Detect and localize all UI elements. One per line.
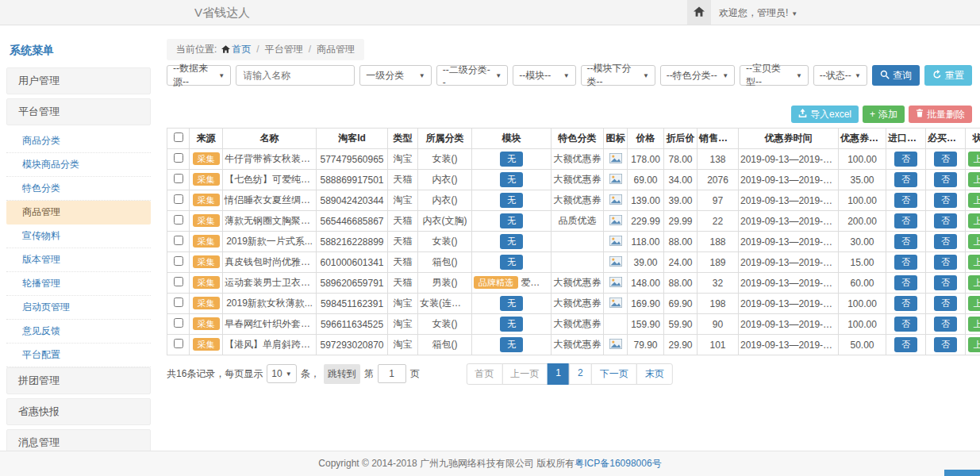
import-select-toggle[interactable]: 否 [894, 172, 917, 187]
sidebar-item[interactable]: 消息管理 [6, 429, 151, 451]
module-badge[interactable]: 无 [500, 193, 523, 208]
module-badge[interactable]: 无 [500, 213, 523, 228]
row-checkbox[interactable] [174, 298, 183, 307]
status-toggle[interactable]: 上架 [968, 255, 980, 270]
row-checkbox[interactable] [174, 318, 183, 328]
back-to-top-button[interactable] [944, 470, 980, 476]
must-buy-toggle[interactable]: 否 [934, 337, 957, 352]
breadcrumb-home-link[interactable]: 首页 [232, 44, 251, 55]
jump-button[interactable]: 跳转到 [324, 364, 360, 384]
import-select-toggle[interactable]: 否 [894, 255, 917, 270]
row-checkbox[interactable] [174, 256, 183, 266]
level2-category-select[interactable]: --二级分类--▼ [436, 65, 509, 86]
pager-button[interactable]: 末页 [636, 363, 673, 385]
must-buy-toggle[interactable]: 否 [934, 275, 957, 290]
reset-button[interactable]: 重置 [924, 65, 972, 86]
select-all-checkbox[interactable] [174, 132, 183, 142]
page-size-select[interactable]: 10▼ [267, 364, 296, 383]
status-toggle[interactable]: 上架 [968, 234, 980, 249]
module-badge[interactable]: 无 [500, 152, 523, 167]
home-button[interactable] [687, 0, 711, 25]
pager-button[interactable]: 1 [547, 363, 570, 385]
sidebar-item[interactable]: 拼团管理 [6, 367, 151, 394]
status-toggle[interactable]: 上架 [968, 275, 980, 290]
sidebar-item[interactable]: 平台管理 [6, 98, 151, 125]
status-toggle[interactable]: 上架 [968, 296, 980, 311]
import-select-toggle[interactable]: 否 [894, 317, 917, 332]
batch-delete-button[interactable]: 批量删除 [909, 106, 972, 123]
sidebar-item[interactable]: 平台配置 [6, 344, 151, 367]
must-buy-toggle[interactable]: 否 [934, 317, 957, 332]
breadcrumb-prefix: 当前位置: [176, 44, 217, 55]
sidebar-item[interactable]: 意见反馈 [6, 320, 151, 344]
search-button[interactable]: 查询 [872, 65, 920, 86]
discount-price-cell: 24.00 [664, 252, 698, 273]
module-badge[interactable]: 无 [500, 255, 523, 270]
sidebar-item[interactable]: 宣传物料 [6, 225, 151, 248]
row-checkbox[interactable] [174, 153, 183, 163]
import-select-toggle[interactable]: 否 [894, 152, 917, 167]
must-buy-toggle[interactable]: 否 [934, 213, 957, 228]
must-buy-toggle[interactable]: 否 [934, 172, 957, 187]
status-toggle[interactable]: 上架 [968, 213, 980, 228]
module-badge[interactable]: 无 [500, 317, 523, 332]
import-select-toggle[interactable]: 否 [894, 296, 917, 311]
status-cell: 上架 [966, 273, 980, 294]
must-buy-toggle[interactable]: 否 [934, 193, 957, 208]
module-badge[interactable]: 无 [500, 172, 523, 187]
status-toggle[interactable]: 上架 [968, 172, 980, 187]
module-subcategory-select[interactable]: --模块下分类--▼ [581, 65, 655, 86]
add-button[interactable]: + 添加 [863, 106, 905, 123]
row-checkbox[interactable] [174, 339, 183, 348]
sidebar-item[interactable]: 启动页管理 [6, 296, 151, 320]
pager-button[interactable]: 2 [569, 363, 592, 385]
level1-category-select[interactable]: 一级分类▼ [359, 65, 432, 86]
icp-link[interactable]: 粤ICP备16098006号 [575, 457, 661, 470]
import-select-toggle[interactable]: 否 [894, 337, 917, 352]
import-select-toggle[interactable]: 否 [894, 234, 917, 249]
status-toggle[interactable]: 上架 [968, 337, 980, 352]
status-toggle[interactable]: 上架 [968, 152, 980, 167]
module-select[interactable]: --模块--▼ [513, 65, 575, 86]
must-buy-toggle[interactable]: 否 [934, 296, 957, 311]
status-toggle[interactable]: 上架 [968, 193, 980, 208]
sidebar-item[interactable]: 商品分类 [6, 129, 151, 153]
pager-button[interactable]: 首页 [466, 363, 502, 385]
sidebar-item[interactable]: 版本管理 [6, 248, 151, 272]
row-checkbox[interactable] [174, 194, 183, 204]
status-select[interactable]: --状态--▼ [813, 65, 867, 86]
module-badge[interactable]: 无 [500, 296, 523, 311]
import-select-toggle[interactable]: 否 [894, 275, 917, 290]
row-checkbox[interactable] [174, 236, 183, 245]
product-thumbnail-icon [609, 196, 622, 207]
user-menu[interactable]: 欢迎您，管理员!▼ [719, 0, 797, 27]
import-select-toggle[interactable]: 否 [894, 213, 917, 228]
row-checkbox[interactable] [174, 277, 183, 286]
sidebar-item[interactable]: 轮播管理 [6, 272, 151, 296]
module-badge[interactable]: 无 [500, 234, 523, 249]
pager-button[interactable]: 上一页 [502, 363, 548, 385]
import-excel-button[interactable]: 导入excel [791, 106, 859, 123]
must-buy-toggle[interactable]: 否 [934, 255, 957, 270]
column-header: 进口优选 [886, 129, 926, 149]
pager-button[interactable]: 下一页 [591, 363, 637, 385]
data-source-select[interactable]: --数据来源--▼ [167, 65, 231, 86]
jump-page-input[interactable] [378, 364, 406, 383]
sidebar-item[interactable]: 省惠快报 [6, 398, 151, 425]
import-select-cell: 否 [886, 211, 926, 232]
must-buy-toggle[interactable]: 否 [934, 234, 957, 249]
must-buy-toggle[interactable]: 否 [934, 152, 957, 167]
feature-category-select[interactable]: --特色分类--▼ [660, 65, 735, 86]
sidebar-item[interactable]: 商品管理 [6, 201, 151, 225]
row-checkbox[interactable] [174, 174, 183, 183]
item-type-select[interactable]: --宝贝类型--▼ [740, 65, 809, 86]
sidebar-item[interactable]: 模块商品分类 [6, 153, 151, 177]
import-select-toggle[interactable]: 否 [894, 193, 917, 208]
module-badge[interactable]: 品牌精选 [474, 276, 518, 289]
row-checkbox[interactable] [174, 215, 183, 225]
name-search-input[interactable] [236, 65, 355, 86]
sidebar-item[interactable]: 特色分类 [6, 177, 151, 201]
sidebar-item[interactable]: 用户管理 [6, 67, 151, 94]
module-badge[interactable]: 无 [500, 337, 523, 352]
status-toggle[interactable]: 上架 [968, 317, 980, 332]
